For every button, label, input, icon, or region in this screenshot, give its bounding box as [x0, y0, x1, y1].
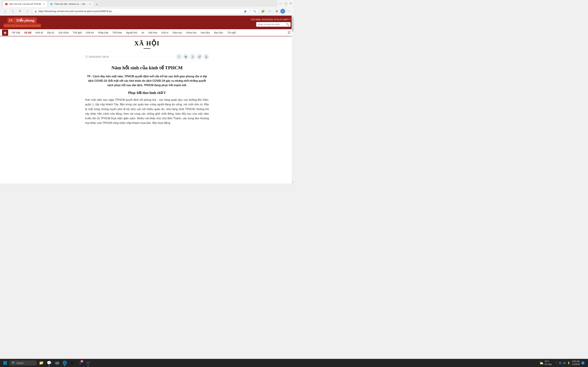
logo-area: 23 Tiền phong CƠ QUAN TRUNG ƯƠNG CỦA ĐOÀ…: [3, 17, 41, 27]
window-controls: — ⬜ ✕: [279, 1, 293, 5]
refresh-button[interactable]: ↻: [17, 8, 23, 14]
nav-item-khoa-hoc[interactable]: Khoa học: [184, 30, 199, 36]
print-button[interactable]: 🖨: [203, 54, 209, 59]
back-button[interactable]: ❮: [2, 8, 8, 14]
extensions-icon[interactable]: 🧩: [260, 8, 266, 14]
article-lead: TP - Cách đây hơn một năm, TPHCM quyết đ…: [85, 74, 209, 87]
datetime-display: Chủ Nhật, 01/01/2023, 07:51:47 GMT+7: [251, 18, 291, 21]
address-bar: ❮ ❯ ↻ ⌂ 🔒 🔊 📄 🔍 🧩 ☆ ⊞ A ⋯: [0, 7, 294, 16]
nav-item-gioi-tre[interactable]: Giới trẻ: [84, 30, 96, 36]
tabs-bar: 🟥 Năm hồi sinh của kinh tế TPHCM ✕ 🌐 Thê…: [1, 0, 277, 7]
nav-item-nguoi-linh[interactable]: Người lính: [124, 30, 139, 36]
navigation-bar: 🏠 Tết Việt Xã hội Kinh tế Địa ốc Sức khỏ…: [0, 29, 294, 36]
tab-title-1: Năm hồi sinh của kinh tế TPHCM: [9, 3, 41, 5]
read-aloud-icon[interactable]: 🔊: [244, 10, 247, 13]
clock-icon: 🕐: [85, 55, 88, 58]
article-date: 🕐 01/01/2023 | 06:10: [85, 55, 109, 58]
nav-item-van-hoa[interactable]: Văn hóa: [146, 30, 159, 36]
nav-item-xa-hoi[interactable]: Xã hội: [22, 30, 33, 36]
content-area: 23 Tiền phong CƠ QUAN TRUNG ƯƠNG CỦA ĐOÀ…: [0, 16, 294, 184]
logo-subtitle: CƠ QUAN TRUNG ƯƠNG CỦA ĐOÀN TNCS HỒ CHÍ …: [4, 25, 40, 26]
category-divider: [144, 48, 150, 49]
nav-item-giai-tri[interactable]: Giải trí: [159, 30, 171, 36]
nav-item-kinh-te[interactable]: Kinh tế: [34, 30, 45, 36]
tab-1[interactable]: 🟥 Năm hồi sinh của kinh tế TPHCM ✕: [3, 1, 48, 7]
site-search-button[interactable]: 🔍: [286, 23, 289, 26]
nav-item-toi-nghi[interactable]: Tôi nghĩ: [225, 30, 238, 36]
tab-close-2[interactable]: ✕: [88, 2, 92, 6]
copy-link-button[interactable]: 🔗: [197, 54, 202, 59]
site-search-box: 🔍: [256, 22, 291, 27]
logo-box: 23 Tiền phong CƠ QUAN TRUNG ƯƠNG CỦA ĐOÀ…: [3, 17, 41, 27]
nav-item-the-thao[interactable]: Thể thao: [110, 30, 124, 36]
tab-favicon-1: 🟥: [5, 3, 8, 5]
nav-item-xe[interactable]: Xe: [139, 30, 146, 36]
more-button[interactable]: ⋯: [286, 8, 292, 14]
profile-button[interactable]: A: [280, 9, 285, 14]
social-share: f 🐦 Z 🔗 🖨: [176, 54, 209, 59]
site-header: 23 Tiền phong CƠ QUAN TRUNG ƯƠNG CỦA ĐOÀ…: [0, 16, 294, 29]
nav-home-button[interactable]: 🏠: [2, 30, 8, 36]
nav-item-phap-luat[interactable]: Pháp luật: [96, 30, 110, 36]
close-button[interactable]: ✕: [289, 1, 293, 5]
nav-item-ban-doc[interactable]: Bạn đọc: [212, 30, 225, 36]
favorites-icon[interactable]: ☆: [267, 8, 273, 14]
tab-2[interactable]: 🌐 Thêm bài viết ‹ lientran.vn — Wo... ✕: [48, 1, 94, 7]
logo-year: 23: [9, 19, 12, 22]
article-title: Năm hồi sinh của kinh tế TPHCM: [85, 65, 209, 71]
forward-button[interactable]: ❯: [9, 8, 16, 14]
article-section-title: Phục hồi theo hình chữ V: [85, 91, 209, 95]
zalo-share-button[interactable]: Z: [190, 54, 195, 59]
browser-window: 🟥 Năm hồi sinh của kinh tế TPHCM ✕ 🌐 Thê…: [0, 0, 294, 184]
tab-favicon-2: 🌐: [50, 3, 53, 5]
home-button[interactable]: ⌂: [25, 8, 31, 14]
twitter-share-button[interactable]: 🐦: [183, 54, 189, 59]
title-bar: 🟥 Năm hồi sinh của kinh tế TPHCM ✕ 🌐 Thê…: [0, 0, 294, 7]
lock-icon: 🔒: [34, 10, 37, 13]
scrollbar[interactable]: ▲ ▼: [292, 16, 294, 184]
tab-title-2: Thêm bài viết ‹ lientran.vn — Wo...: [54, 3, 87, 5]
article-body: Hơn một năm sau ngày TPHCM quyết định dở…: [85, 98, 209, 125]
article-meta: 🕐 01/01/2023 | 06:10 f 🐦 Z 🔗: [85, 52, 209, 61]
nav-item-tet-viet[interactable]: Tết Việt: [9, 30, 22, 36]
new-tab-button[interactable]: ＋: [94, 1, 100, 7]
toolbar-icons: 🧩 ☆ ⊞ A ⋯: [260, 8, 292, 14]
nav-item-the-gioi[interactable]: Thế giới: [71, 30, 84, 36]
address-bar-input-wrap[interactable]: 🔒 🔊 📄 🔍: [32, 8, 259, 14]
article-date-text: 01/01/2023 | 06:10: [89, 55, 109, 58]
minimize-button[interactable]: —: [279, 1, 282, 5]
zoom-icon[interactable]: 🔍: [253, 10, 256, 13]
article-container: XÃ HỘI 🕐 01/01/2023 | 06:10: [82, 36, 212, 129]
nav-item-hoa-hau[interactable]: Hoa hậu: [199, 30, 212, 36]
webpage: 23 Tiền phong CƠ QUAN TRUNG ƯƠNG CỦA ĐOÀ…: [0, 16, 294, 129]
address-input[interactable]: [38, 10, 243, 13]
category-title: XÃ HỘI: [85, 40, 209, 47]
tab-close-1[interactable]: ✕: [42, 2, 45, 6]
nav-item-giao-duc[interactable]: Giáo dục: [171, 30, 184, 36]
nav-more-button[interactable]: ☰: [286, 29, 292, 36]
nav-item-suc-khoe[interactable]: Sức khỏe: [56, 30, 71, 36]
facebook-share-button[interactable]: f: [176, 54, 182, 59]
header-right: Chủ Nhật, 01/01/2023, 07:51:47 GMT+7 🔍: [251, 18, 291, 27]
immersive-icon[interactable]: 📄: [249, 10, 252, 13]
collections-icon[interactable]: ⊞: [274, 8, 280, 14]
webpage-wrapper: 23 Tiền phong CƠ QUAN TRUNG ƯƠNG CỦA ĐOÀ…: [0, 16, 294, 184]
maximize-button[interactable]: ⬜: [284, 1, 287, 5]
nav-item-dia-oc[interactable]: Địa ốc: [45, 30, 56, 36]
site-search-input[interactable]: [258, 23, 285, 26]
logo-name: Tiền phong: [16, 18, 34, 22]
